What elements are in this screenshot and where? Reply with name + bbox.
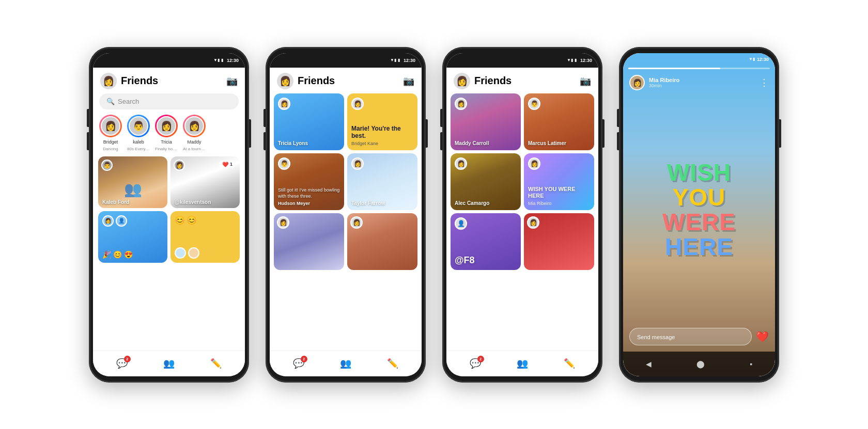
wish-line-4: HERE [634, 234, 764, 259]
purple-avatar: 👩 [277, 216, 289, 229]
smiley-2: 😊 [187, 215, 197, 225]
search-bar-1[interactable]: 🔍 Search [99, 93, 239, 109]
card-avatar-1d2 [188, 247, 199, 259]
home-btn-4[interactable]: ⬤ [696, 360, 705, 368]
card-label-1b: @kilesventson [175, 199, 211, 205]
story-name-bridget: Bridget [103, 139, 118, 145]
story-card-tricia[interactable]: 👩 Tricia Lyons [274, 93, 344, 150]
story-card-purple[interactable]: 👩 [274, 213, 344, 270]
phone-body-1: ▼▮ ▮ 12:30 👩 Friends 📷 🔍 Search [89, 47, 249, 383]
compose-icon-3: ✏️ [564, 358, 575, 369]
hudson-name: Hudson Meyer [278, 201, 340, 206]
story-header: 👩 Mia Ribeiro 30min ⋮ [623, 72, 775, 93]
camera-icon-1[interactable]: 📷 [226, 75, 238, 87]
bottom-nav-3: 💬 2 👥 ✏️ [446, 351, 598, 376]
story-card-marcus[interactable]: 👨 Marcus Latimer [524, 93, 594, 150]
nav-friends-2[interactable]: 👥 [340, 358, 351, 369]
story-card-hudson[interactable]: 👨 Still got it! I've missed bowling with… [274, 153, 344, 210]
phone-screen-3: ▼▮ ▮ 12:30 👩 Friends 📷 👩 [446, 53, 598, 376]
story-avatar-tricia: 👩 [157, 116, 176, 136]
story-progress-fill [628, 68, 720, 69]
signal-icon-3: ▼▮ [567, 58, 573, 62]
compose-icon-2: ✏️ [387, 358, 398, 369]
status-bar-1: ▼▮ ▮ 12:30 [93, 53, 245, 68]
user-avatar-3[interactable]: 👩 [454, 73, 470, 89]
back-btn-4[interactable]: ◀ [646, 360, 652, 368]
story-card-bridget[interactable]: 👩 Marie! You're the best. Bridget Kane [347, 93, 417, 150]
story-card-taylor[interactable]: 👩 Taylor Farrow [347, 153, 417, 210]
bridget-text-block: Marie! You're the best. Bridget Kane [351, 125, 413, 146]
story-bridget[interactable]: 👩 Bridget Dancing [99, 115, 122, 151]
nav-messages-1[interactable]: 💬 2 [116, 358, 128, 369]
card-label-1a: Kaleb Ford [102, 199, 129, 205]
card-avatar-1b: 👩 [174, 160, 185, 171]
story-card-maddy[interactable]: 👩 Maddy Carroll [451, 93, 521, 150]
mia-avatar: 👩 [528, 157, 540, 170]
story-card-blue-1[interactable]: 👩 👤 🎉 😊 😍 [98, 211, 167, 263]
story-card-close[interactable]: 👩 [347, 213, 417, 270]
marcus-overlay: 👨 Marcus Latimer [524, 93, 594, 150]
story-signal: ▼▮ [749, 57, 755, 61]
nav-compose-2[interactable]: ✏️ [387, 358, 398, 369]
signal-icon-2: ▼▮ [390, 58, 396, 62]
alec-avatar: 👩 [455, 157, 467, 170]
stories-grid-1: 👨 Kaleb Ford 👩 ❤️ 1 @kilesventson [93, 156, 245, 263]
story-status-bar: ▼▮ 12:30 [623, 53, 775, 66]
f8-label: @F8 [455, 255, 517, 266]
story-card-mia-wish[interactable]: 👩 WISH YOU WERE HERE Mia Ribeiro [524, 153, 594, 210]
story-kaleb[interactable]: 👨 kaleb 80s Everything [127, 115, 150, 151]
user-avatar-2[interactable]: 👩 [277, 73, 293, 89]
story-avatar-maddy: 👩 [184, 116, 204, 136]
story-ring-kaleb: 👨 [127, 115, 150, 137]
battery-icon-3: ▮ [575, 58, 577, 62]
alec-label: Alec Camargo [455, 200, 517, 206]
battery-icon-1: ▮ [221, 58, 223, 62]
marcus-label: Marcus Latimer [528, 140, 590, 146]
emoji-react-3: 😍 [124, 250, 133, 259]
story-user-block: 👩 Mia Ribeiro 30min [629, 75, 679, 90]
android-nav-4: ◀ ⬤ ▪ [623, 352, 775, 376]
wish-line-2: YOU [634, 185, 764, 210]
messages-badge-1: 2 [124, 356, 131, 362]
mia-wish-text-block: WISH YOU WERE HERE Mia Ribeiro [528, 186, 590, 205]
story-avatar-kaleb: 👨 [129, 116, 148, 136]
heart-reaction-icon[interactable]: ❤️ [756, 330, 769, 343]
fullscreen-story-container: ▼▮ 12:30 👩 Mia Ribeiro 30min [623, 53, 775, 376]
phone-4: ▼▮ 12:30 👩 Mia Ribeiro 30min [619, 47, 779, 383]
story-card-yellow-1[interactable]: 😊 😊 [171, 211, 240, 263]
nav-friends-1[interactable]: 👥 [163, 358, 175, 369]
nav-compose-1[interactable]: ✏️ [210, 358, 222, 369]
wish-line-1: WISH [634, 160, 764, 184]
phone-2: ▼▮ ▮ 12:30 👩 Friends 📷 👩 [266, 47, 426, 383]
phone-body-4: ▼▮ 12:30 👩 Mia Ribeiro 30min [619, 47, 779, 383]
nav-compose-3[interactable]: ✏️ [564, 358, 575, 369]
story-card-kiles[interactable]: 👩 ❤️ 1 @kilesventson [171, 156, 240, 208]
card-avatar-1c: 👩 [102, 215, 114, 227]
nav-friends-3[interactable]: 👥 [517, 358, 528, 369]
story-tricia[interactable]: 👩 Tricia Finally home [155, 115, 178, 151]
nav-messages-2[interactable]: 💬 2 [293, 358, 304, 369]
story-card-redlantern[interactable]: 👩 [524, 213, 594, 270]
story-card-alec[interactable]: 👩 Alec Camargo [451, 153, 521, 210]
taylor-overlay: 👩 Taylor Farrow [347, 153, 417, 210]
story-menu-icon[interactable]: ⋮ [760, 77, 769, 88]
recents-btn-4[interactable]: ▪ [750, 360, 752, 368]
nav-messages-3[interactable]: 💬 2 [470, 358, 481, 369]
app-header-3: 👩 Friends 📷 [446, 68, 598, 93]
app-title-3: Friends [474, 75, 512, 87]
card-avatar-1c2: 👤 [116, 215, 127, 227]
story-card-f8[interactable]: 👤 @F8 [451, 213, 521, 270]
story-time: 30min [649, 83, 679, 88]
alec-overlay: 👩 Alec Camargo [451, 153, 521, 210]
maddy-overlay: 👩 Maddy Carroll [451, 93, 521, 150]
heart-notif-icon: ❤️ [222, 162, 228, 167]
hudson-avatar: 👨 [278, 157, 290, 170]
story-card-kaleb-ford[interactable]: 👨 Kaleb Ford [98, 156, 167, 208]
user-avatar-1[interactable]: 👩 [100, 73, 117, 89]
camera-icon-3[interactable]: 📷 [580, 75, 591, 87]
story-maddy[interactable]: 👩 Maddy At a tourna... [183, 115, 206, 151]
story-sub-maddy: At a tourna... [183, 147, 206, 151]
camera-icon-2[interactable]: 📷 [403, 75, 414, 87]
close-avatar: 👩 [350, 216, 363, 229]
send-message-input[interactable]: Send message [629, 328, 752, 345]
